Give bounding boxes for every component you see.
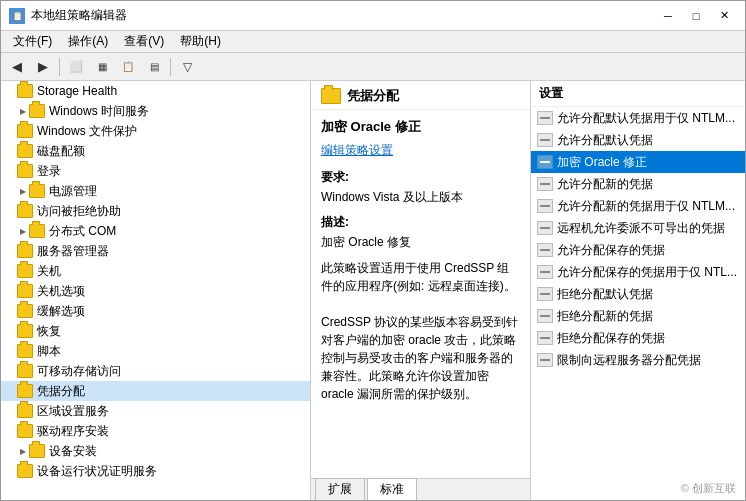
requirements-text: Windows Vista 及以上版本 (321, 188, 520, 206)
main-area: Storage Health ▶ Windows 时间服务 Windows 文件… (1, 81, 745, 500)
right-list-item-5[interactable]: 远程机允许委派不可导出的凭据 (531, 217, 745, 239)
title-bar-left: 📋 本地组策略编辑器 (9, 7, 127, 24)
right-header: 设置 (531, 81, 745, 107)
sidebar-item-locale[interactable]: 区域设置服务 (1, 401, 310, 421)
folder-icon (17, 404, 33, 418)
policy-icon (537, 111, 553, 125)
right-list-item-0[interactable]: 允许分配默认凭据用于仅 NTLM... (531, 107, 745, 129)
menu-view[interactable]: 查看(V) (116, 31, 172, 52)
minimize-button[interactable]: ─ (655, 6, 681, 26)
tab-extended[interactable]: 扩展 (315, 478, 365, 500)
folder-icon (17, 324, 33, 338)
folder-icon (17, 144, 33, 158)
watermark: © 创新互联 (681, 481, 736, 496)
folder-icon (17, 464, 33, 478)
policy-icon (537, 265, 553, 279)
window-title: 本地组策略编辑器 (31, 7, 127, 24)
sidebar: Storage Health ▶ Windows 时间服务 Windows 文件… (1, 81, 311, 500)
sidebar-item-removable[interactable]: 可移动存储访问 (1, 361, 310, 381)
sidebar-item-power[interactable]: ▶ 电源管理 (1, 181, 310, 201)
sidebar-item-credentials[interactable]: 凭据分配 (1, 381, 310, 401)
policy-link[interactable]: 编辑策略设置 (321, 143, 393, 157)
folder-icon (17, 384, 33, 398)
policy-icon (537, 199, 553, 213)
description-full: 此策略设置适用于使用 CredSSP 组件的应用程序(例如: 远程桌面连接)。 … (321, 259, 520, 403)
sidebar-item-server-manager[interactable]: 服务器管理器 (1, 241, 310, 261)
policy-icon (537, 221, 553, 235)
menu-action[interactable]: 操作(A) (60, 31, 116, 52)
sidebar-item-login[interactable]: 登录 (1, 161, 310, 181)
sidebar-item-access-denied[interactable]: 访问被拒绝协助 (1, 201, 310, 221)
right-list-item-2[interactable]: 加密 Oracle 修正 (531, 151, 745, 173)
middle-content: 加密 Oracle 修正 编辑策略设置 要求: Windows Vista 及以… (311, 110, 530, 478)
sidebar-item-device-health[interactable]: 设备运行状况证明服务 (1, 461, 310, 481)
folder-icon (17, 204, 33, 218)
middle-title: 凭据分配 (347, 87, 399, 105)
sidebar-item-scripts[interactable]: 脚本 (1, 341, 310, 361)
tab-standard[interactable]: 标准 (367, 478, 417, 500)
policy-icon (537, 243, 553, 257)
forward-button[interactable]: ▶ (31, 56, 55, 78)
policy-icon (537, 177, 553, 191)
sidebar-item-windows-file[interactable]: Windows 文件保护 (1, 121, 310, 141)
right-list-item-1[interactable]: 允许分配默认凭据 (531, 129, 745, 151)
policy-icon (537, 309, 553, 323)
close-button[interactable]: ✕ (711, 6, 737, 26)
policy-title: 加密 Oracle 修正 (321, 118, 520, 136)
sidebar-item-mitigation[interactable]: 缓解选项 (1, 301, 310, 321)
folder-icon (17, 244, 33, 258)
window-icon: 📋 (9, 8, 25, 24)
policy-icon (537, 155, 553, 169)
sidebar-item-shutdown[interactable]: 关机 (1, 261, 310, 281)
folder-icon (17, 264, 33, 278)
folder-icon (17, 424, 33, 438)
description-label: 描述: (321, 214, 520, 231)
toolbar-sep-2 (170, 58, 171, 76)
sidebar-item-shutdown-options[interactable]: 关机选项 (1, 281, 310, 301)
requirements-label: 要求: (321, 169, 520, 186)
bottom-tabs: 扩展 标准 (311, 478, 530, 500)
sidebar-item-driver[interactable]: 驱动程序安装 (1, 421, 310, 441)
view-button-3[interactable]: 📋 (116, 56, 140, 78)
right-list-item-9[interactable]: 拒绝分配新的凭据 (531, 305, 745, 327)
right-list: 允许分配默认凭据用于仅 NTLM... 允许分配默认凭据 加密 Oracle 修… (531, 107, 745, 500)
expand-arrow: ▶ (17, 225, 29, 237)
right-list-item-11[interactable]: 限制向远程服务器分配凭据 (531, 349, 745, 371)
right-list-item-4[interactable]: 允许分配新的凭据用于仅 NTLM... (531, 195, 745, 217)
policy-icon (537, 331, 553, 345)
sidebar-item-recovery[interactable]: 恢复 (1, 321, 310, 341)
policy-icon (537, 133, 553, 147)
expand-arrow: ▶ (17, 185, 29, 197)
description-short: 加密 Oracle 修复 (321, 233, 520, 251)
back-button[interactable]: ◀ (5, 56, 29, 78)
right-list-item-6[interactable]: 允许分配保存的凭据 (531, 239, 745, 261)
folder-icon-large (321, 88, 341, 104)
sidebar-item-device[interactable]: ▶ 设备安装 (1, 441, 310, 461)
title-controls: ─ □ ✕ (655, 6, 737, 26)
view-button-4[interactable]: ▤ (142, 56, 166, 78)
folder-icon (17, 304, 33, 318)
folder-icon (29, 224, 45, 238)
sidebar-item-com[interactable]: ▶ 分布式 COM (1, 221, 310, 241)
maximize-button[interactable]: □ (683, 6, 709, 26)
main-window: 📋 本地组策略编辑器 ─ □ ✕ 文件(F) 操作(A) 查看(V) 帮助(H)… (0, 0, 746, 501)
sidebar-item-windows-time[interactable]: ▶ Windows 时间服务 (1, 101, 310, 121)
right-list-item-7[interactable]: 允许分配保存的凭据用于仅 NTL... (531, 261, 745, 283)
sidebar-item-disk-quota[interactable]: 磁盘配额 (1, 141, 310, 161)
filter-button[interactable]: ▽ (175, 56, 199, 78)
folder-icon (17, 124, 33, 138)
view-button-2[interactable]: ▦ (90, 56, 114, 78)
folder-icon (17, 164, 33, 178)
menu-help[interactable]: 帮助(H) (172, 31, 229, 52)
folder-icon (29, 444, 45, 458)
sidebar-item-storage-health[interactable]: Storage Health (1, 81, 310, 101)
view-button-1[interactable]: ⬜ (64, 56, 88, 78)
right-list-item-3[interactable]: 允许分配新的凭据 (531, 173, 745, 195)
right-list-item-10[interactable]: 拒绝分配保存的凭据 (531, 327, 745, 349)
menu-file[interactable]: 文件(F) (5, 31, 60, 52)
right-list-item-8[interactable]: 拒绝分配默认凭据 (531, 283, 745, 305)
middle-panel: 凭据分配 加密 Oracle 修正 编辑策略设置 要求: Windows Vis… (311, 81, 531, 500)
policy-icon (537, 353, 553, 367)
menu-bar: 文件(F) 操作(A) 查看(V) 帮助(H) (1, 31, 745, 53)
policy-icon (537, 287, 553, 301)
